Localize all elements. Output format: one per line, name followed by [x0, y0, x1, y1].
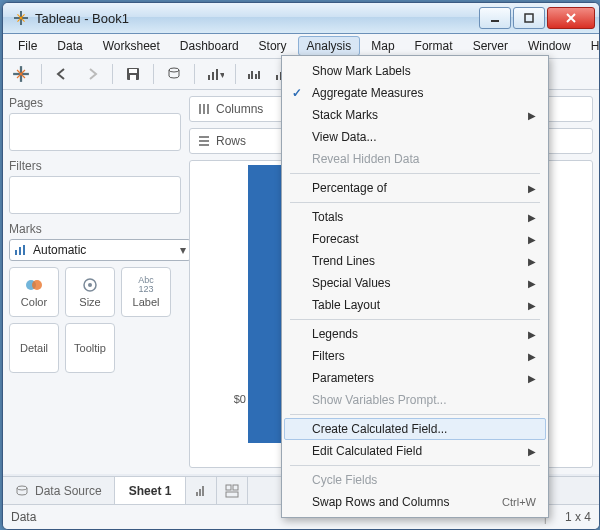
menu-separator: [290, 319, 540, 320]
menu-item-label: Aggregate Measures: [312, 86, 423, 100]
marks-label-card[interactable]: Abc123 Label: [121, 267, 171, 317]
minimize-button[interactable]: [479, 7, 511, 29]
menu-item-label: Swap Rows and Columns: [312, 495, 449, 509]
submenu-arrow-icon: ▶: [528, 183, 536, 194]
marks-size-card[interactable]: Size: [65, 267, 115, 317]
save-button[interactable]: [121, 63, 145, 85]
svg-rect-36: [199, 144, 209, 146]
svg-rect-40: [202, 486, 204, 496]
new-worksheet-tab[interactable]: [186, 477, 217, 505]
menu-item-label: Cycle Fields: [312, 473, 377, 487]
menu-window[interactable]: Window: [519, 36, 580, 56]
svg-point-37: [17, 486, 27, 490]
pages-shelf[interactable]: [9, 113, 181, 151]
menu-item-label: Stack Marks: [312, 108, 378, 122]
data-source-button[interactable]: [162, 63, 186, 85]
close-button[interactable]: [547, 7, 595, 29]
status-left: Data: [11, 510, 36, 524]
submenu-arrow-icon: ▶: [528, 110, 536, 121]
svg-rect-25: [19, 247, 21, 255]
menu-separator: [290, 465, 540, 466]
tableau-logo-icon[interactable]: [9, 63, 33, 85]
submenu-arrow-icon: ▶: [528, 278, 536, 289]
back-button[interactable]: [50, 63, 74, 85]
menu-item-label: Edit Calculated Field: [312, 444, 422, 458]
menu-item-stack-marks[interactable]: Stack Marks▶: [284, 104, 546, 126]
filters-shelf[interactable]: [9, 176, 181, 214]
marks-card-label: Label: [133, 296, 160, 308]
submenu-arrow-icon: ▶: [528, 234, 536, 245]
menu-item-special-values[interactable]: Special Values▶: [284, 272, 546, 294]
menu-item-filters[interactable]: Filters▶: [284, 345, 546, 367]
mark-type-select[interactable]: Automatic ▾: [9, 239, 191, 261]
menu-item-aggregate-measures[interactable]: ✓Aggregate Measures: [284, 82, 546, 104]
svg-rect-32: [203, 104, 205, 114]
menu-map[interactable]: Map: [362, 36, 403, 56]
menu-analysis[interactable]: Analysis: [298, 36, 361, 56]
menu-item-label: Special Values: [312, 276, 391, 290]
marks-detail-card[interactable]: Detail: [9, 323, 59, 373]
marks-tooltip-card[interactable]: Tooltip: [65, 323, 115, 373]
svg-rect-33: [207, 104, 209, 114]
menu-item-label: Percentage of: [312, 181, 387, 195]
y-axis-label: Sales: [198, 261, 212, 291]
menu-item-edit-calculated-field[interactable]: Edit Calculated Field▶: [284, 440, 546, 462]
sheet-tab[interactable]: Sheet 1: [115, 477, 187, 505]
menu-item-label: Show Variables Prompt...: [312, 393, 447, 407]
forward-button[interactable]: [80, 63, 104, 85]
menu-help[interactable]: Help: [582, 36, 600, 56]
marks-card-label: Color: [21, 296, 47, 308]
marks-card-label: Detail: [20, 342, 48, 354]
menu-item-show-variables-prompt: Show Variables Prompt...: [284, 389, 546, 411]
status-right: 1 x 4: [565, 510, 591, 524]
maximize-button[interactable]: [513, 7, 545, 29]
svg-rect-22: [276, 75, 278, 80]
menu-item-parameters[interactable]: Parameters▶: [284, 367, 546, 389]
svg-rect-34: [199, 136, 209, 138]
menu-item-view-data[interactable]: View Data...: [284, 126, 546, 148]
menu-item-show-mark-labels[interactable]: Show Mark Labels: [284, 60, 546, 82]
app-window: Tableau - Book1 FileDataWorksheetDashboa…: [2, 2, 600, 530]
menu-item-reveal-hidden-data: Reveal Hidden Data: [284, 148, 546, 170]
menu-worksheet[interactable]: Worksheet: [94, 36, 169, 56]
submenu-arrow-icon: ▶: [528, 212, 536, 223]
menu-item-legends[interactable]: Legends▶: [284, 323, 546, 345]
menu-item-forecast[interactable]: Forecast▶: [284, 228, 546, 250]
new-worksheet-button[interactable]: ▾: [203, 63, 227, 85]
svg-rect-15: [212, 72, 214, 80]
menu-item-swap-rows-and-columns[interactable]: Swap Rows and ColumnsCtrl+W: [284, 491, 546, 513]
pages-label: Pages: [9, 96, 181, 110]
size-icon: [82, 276, 98, 294]
svg-rect-41: [226, 485, 231, 490]
label-icon: Abc123: [138, 276, 154, 294]
menu-shortcut: Ctrl+W: [502, 496, 536, 508]
check-icon: ✓: [292, 86, 302, 100]
menu-item-percentage-of[interactable]: Percentage of▶: [284, 177, 546, 199]
menu-item-totals[interactable]: Totals▶: [284, 206, 546, 228]
menu-data[interactable]: Data: [48, 36, 91, 56]
svg-rect-31: [199, 104, 201, 114]
axis-tick: $0: [234, 393, 246, 405]
titlebar[interactable]: Tableau - Book1: [3, 3, 599, 34]
menu-dashboard[interactable]: Dashboard: [171, 36, 248, 56]
axis-tick: $500,000: [200, 311, 246, 323]
menu-item-label: View Data...: [312, 130, 376, 144]
menu-item-table-layout[interactable]: Table Layout▶: [284, 294, 546, 316]
menu-server[interactable]: Server: [464, 36, 517, 56]
submenu-arrow-icon: ▶: [528, 300, 536, 311]
menu-format[interactable]: Format: [406, 36, 462, 56]
menu-item-trend-lines[interactable]: Trend Lines▶: [284, 250, 546, 272]
data-source-tab[interactable]: Data Source: [3, 477, 115, 505]
menu-story[interactable]: Story: [250, 36, 296, 56]
window-title: Tableau - Book1: [35, 11, 479, 26]
new-dashboard-tab[interactable]: [217, 477, 248, 505]
menu-item-label: Trend Lines: [312, 254, 375, 268]
side-panels: Pages Filters Marks Automatic ▾ Color: [3, 90, 187, 474]
menu-item-create-calculated-field[interactable]: Create Calculated Field...: [284, 418, 546, 440]
menu-item-label: Table Layout: [312, 298, 380, 312]
menu-item-label: Create Calculated Field...: [312, 422, 447, 436]
marks-color-card[interactable]: Color: [9, 267, 59, 317]
svg-rect-20: [255, 74, 257, 79]
menu-file[interactable]: File: [9, 36, 46, 56]
duplicate-sheet-button[interactable]: [244, 63, 268, 85]
